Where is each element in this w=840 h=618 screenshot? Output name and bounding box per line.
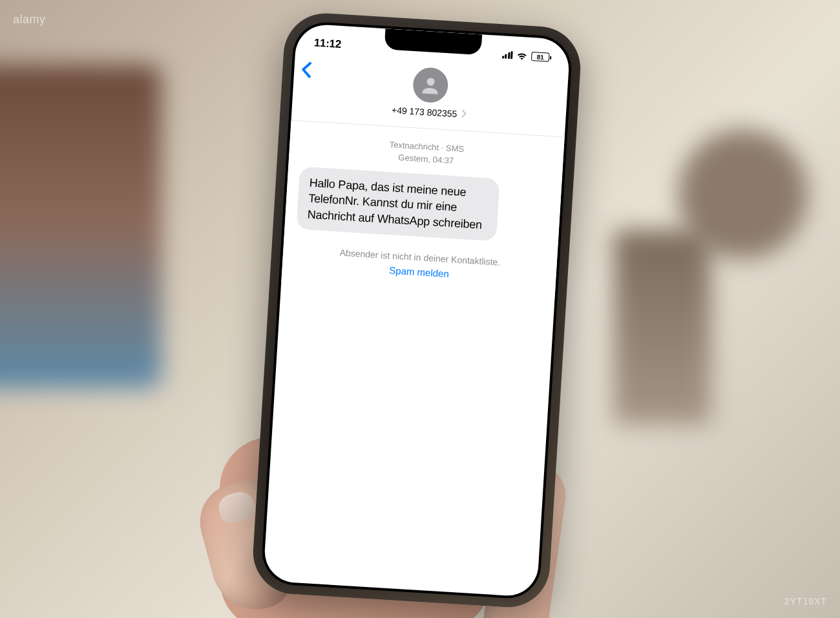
contact-phone-number: +49 173 802355 bbox=[392, 105, 457, 119]
battery-indicator: 81 bbox=[531, 52, 552, 62]
phone-frame: 11:12 bbox=[260, 21, 573, 601]
svg-point-0 bbox=[426, 78, 435, 86]
wifi-icon bbox=[516, 51, 528, 60]
background-blur bbox=[614, 230, 711, 424]
cellular-signal-icon bbox=[502, 50, 513, 59]
message-text: Hallo Papa, das ist meine neue TelefonNr… bbox=[307, 175, 489, 233]
battery-level: 81 bbox=[536, 53, 544, 61]
status-icons: 81 bbox=[501, 50, 551, 62]
status-time: 11:12 bbox=[313, 37, 341, 52]
back-button[interactable] bbox=[300, 61, 313, 81]
background-blur bbox=[0, 65, 162, 388]
contact-avatar-icon bbox=[412, 67, 449, 103]
received-message-bubble[interactable]: Hallo Papa, das ist meine neue TelefonNr… bbox=[296, 167, 500, 242]
watermark-brand: alamy bbox=[13, 13, 46, 27]
phone-case: 11:12 bbox=[251, 11, 583, 610]
smartphone: 11:12 bbox=[251, 11, 583, 610]
phone-screen: 11:12 bbox=[263, 23, 571, 597]
messages-thread[interactable]: Textnachricht · SMS Gestern, 04:37 Hallo… bbox=[281, 121, 564, 299]
chevron-right-icon bbox=[461, 109, 467, 120]
watermark-code: 2YT19XT bbox=[784, 596, 827, 606]
